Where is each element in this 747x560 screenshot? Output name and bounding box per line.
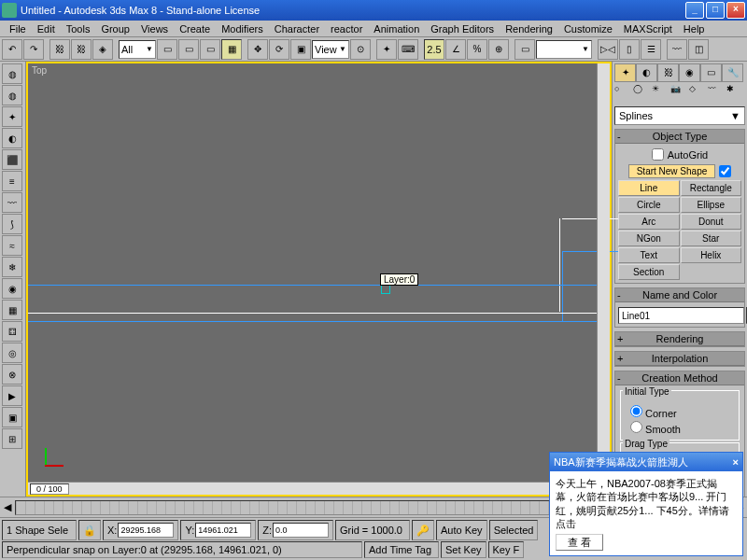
pivot-button[interactable]: ⊙ [350, 39, 371, 60]
layers-button[interactable]: ☰ [641, 39, 661, 60]
btn-rectangle[interactable]: Rectangle [681, 180, 742, 196]
autokey-button[interactable]: Auto Key [436, 520, 487, 540]
tab-utilities[interactable]: 🔧 [722, 63, 743, 82]
rt-3[interactable]: ✦ [2, 106, 22, 127]
rt-2[interactable]: ◍ [2, 85, 22, 105]
spinner-snap-button[interactable]: ⊕ [488, 39, 509, 60]
menu-maxscript[interactable]: MAXScript [618, 23, 678, 35]
viewport-hscroll[interactable]: 0 / 100 [28, 482, 597, 495]
rt-12[interactable]: ▦ [2, 300, 22, 320]
rt-13[interactable]: ⚃ [2, 321, 22, 342]
link-button[interactable]: ⛓ [49, 39, 70, 60]
menu-character[interactable]: Character [269, 23, 325, 35]
btn-text[interactable]: Text [618, 247, 680, 263]
keymode-button[interactable]: ⌨ [398, 39, 418, 60]
menu-help[interactable]: Help [678, 23, 711, 35]
btn-line[interactable]: Line [618, 180, 680, 196]
rt-8[interactable]: ⟆ [2, 214, 22, 234]
tab-modify[interactable]: ◐ [636, 63, 657, 82]
snap-button[interactable]: 2.5 [424, 39, 444, 60]
refcoord-combo[interactable]: View▼ [312, 40, 349, 59]
rt-11[interactable]: ◉ [2, 278, 22, 299]
key-icon[interactable]: 🔑 [412, 520, 434, 540]
btn-arc[interactable]: Arc [618, 214, 680, 230]
sub-cameras[interactable]: 📷 [670, 84, 689, 101]
rt-17[interactable]: ▣ [2, 407, 22, 427]
viewport-vscroll[interactable] [597, 63, 610, 482]
minimize-button[interactable]: _ [685, 2, 704, 19]
select-button[interactable]: ▭ [157, 39, 177, 60]
rt-9[interactable]: ≈ [2, 235, 22, 256]
tab-display[interactable]: ▭ [700, 63, 722, 82]
menu-reactor[interactable]: reactor [325, 23, 368, 35]
selection-filter-combo[interactable]: All▼ [119, 40, 156, 59]
btn-star[interactable]: Star [681, 231, 742, 246]
angle-snap-button[interactable]: ∠ [445, 39, 466, 60]
add-time-tag[interactable]: Add Time Tag [364, 541, 439, 558]
menu-grapheditors[interactable]: Graph Editors [425, 23, 500, 35]
start-new-shape[interactable]: Start New Shape [628, 164, 716, 178]
close-button[interactable]: × [726, 2, 745, 19]
window-crossing-button[interactable]: ▦ [221, 39, 242, 60]
radio-initial-corner[interactable]: Corner [630, 404, 729, 420]
btn-circle[interactable]: Circle [618, 197, 680, 213]
rollup-header[interactable]: -Name and Color [615, 288, 744, 302]
menu-tools[interactable]: Tools [61, 23, 96, 35]
curve-editor-button[interactable]: 〰 [667, 39, 687, 60]
radio-initial-smooth[interactable]: Smooth [630, 420, 729, 436]
category-dropdown[interactable]: Splines▼ [614, 106, 745, 125]
popup-view-button[interactable]: 查 看 [556, 534, 603, 551]
sub-systems[interactable]: ✱ [726, 84, 745, 101]
tab-motion[interactable]: ◉ [679, 63, 700, 82]
schematic-button[interactable]: ◫ [688, 39, 709, 60]
align-button[interactable]: ▯ [619, 39, 640, 60]
bind-button[interactable]: ◈ [92, 39, 113, 60]
sub-geometry[interactable]: ○ [614, 84, 633, 101]
start-new-shape-check[interactable] [719, 165, 731, 177]
rt-1[interactable]: ◍ [2, 63, 22, 84]
rt-4[interactable]: ◐ [2, 128, 22, 148]
btn-ngon[interactable]: NGon [618, 231, 680, 246]
menu-views[interactable]: Views [135, 23, 174, 35]
popup-close-icon[interactable]: × [733, 456, 739, 468]
sub-spacewarps[interactable]: 〰 [708, 84, 726, 101]
move-button[interactable]: ✥ [247, 39, 268, 60]
rotate-button[interactable]: ⟳ [269, 39, 289, 60]
sub-shapes[interactable]: ◯ [633, 84, 652, 101]
manip-button[interactable]: ✦ [376, 39, 397, 60]
redo-button[interactable]: ↷ [23, 39, 44, 60]
sub-lights[interactable]: ☀ [652, 84, 670, 101]
autogrid-check[interactable] [652, 148, 664, 161]
percent-snap-button[interactable]: % [467, 39, 487, 60]
rt-6[interactable]: ≡ [2, 171, 22, 191]
rt-15[interactable]: ⊗ [2, 364, 22, 385]
viewport-top[interactable]: Top Layer:0 0 / 100 [26, 62, 612, 497]
select-region-button[interactable]: ▭ [200, 39, 220, 60]
named-sel-combo[interactable]: ▼ [536, 40, 592, 59]
menu-animation[interactable]: Animation [368, 23, 425, 35]
menu-rendering[interactable]: Rendering [500, 23, 558, 35]
rt-14[interactable]: ◎ [2, 343, 22, 363]
mirror-button[interactable]: ▷◁ [598, 39, 618, 60]
menu-file[interactable]: File [4, 23, 32, 35]
undo-button[interactable]: ↶ [2, 39, 22, 60]
menu-edit[interactable]: Edit [32, 23, 61, 35]
maximize-button[interactable]: □ [706, 2, 725, 19]
setkey-button[interactable]: Set Key [441, 541, 486, 558]
rollup-header[interactable]: -Object Type [615, 130, 744, 144]
selected-combo[interactable]: Selected [489, 520, 539, 540]
select-name-button[interactable]: ▭ [178, 39, 199, 60]
named-sel-button[interactable]: ▭ [514, 39, 535, 60]
btn-helix[interactable]: Helix [681, 247, 742, 263]
rt-7[interactable]: 〰 [2, 192, 22, 213]
btn-section[interactable]: Section [618, 264, 680, 280]
menu-modifiers[interactable]: Modifiers [216, 23, 269, 35]
btn-ellipse[interactable]: Ellipse [681, 197, 742, 213]
scale-button[interactable]: ▣ [290, 39, 311, 60]
menu-group[interactable]: Group [95, 23, 135, 35]
menu-customize[interactable]: Customize [558, 23, 618, 35]
tab-create[interactable]: ✦ [614, 63, 636, 82]
menu-create[interactable]: Create [174, 23, 216, 35]
rt-16[interactable]: ▶ [2, 385, 22, 406]
lock-button[interactable]: 🔒 [78, 520, 101, 540]
